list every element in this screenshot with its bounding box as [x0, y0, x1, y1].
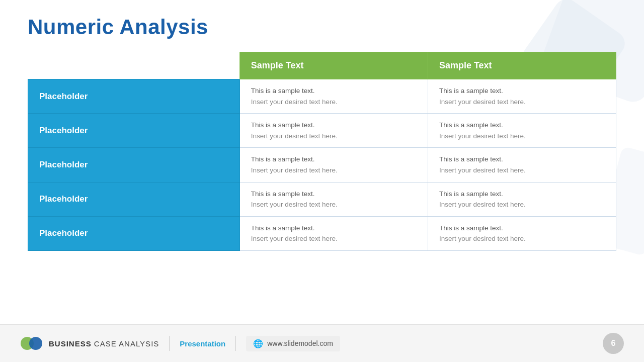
table-row-2-col2: This is a sample text.Insert your desire…	[428, 148, 616, 182]
table-row-4-col1: This is a sample text.Insert your desire…	[239, 216, 428, 250]
cell-line1: This is a sample text.	[251, 154, 417, 165]
table-row-4-label: Placeholder	[28, 216, 240, 250]
page-title: Numeric Analysis	[28, 15, 616, 39]
cell-line1: This is a sample text.	[439, 120, 605, 131]
table-row-1-col2: This is a sample text.Insert your desire…	[428, 114, 616, 148]
main-content: Numeric Analysis Sample Text Sample Text…	[0, 0, 644, 322]
table-row-1-label: Placeholder	[28, 114, 240, 148]
footer-brand: BUSINESS CASE ANALYSIS	[49, 339, 159, 348]
cell-line2: Insert your desired text here.	[439, 233, 605, 244]
footer-brand-bold: BUSINESS	[49, 339, 92, 348]
logo-icon	[20, 332, 43, 355]
footer-divider-2	[235, 336, 236, 351]
footer-presentation-label: Presentation	[180, 339, 225, 348]
cell-line1: This is a sample text.	[439, 154, 605, 165]
table-row-3-col1: This is a sample text.Insert your desire…	[239, 182, 428, 216]
data-table: Sample Text Sample Text PlaceholderThis …	[28, 52, 616, 251]
table-header-col2: Sample Text	[428, 52, 616, 79]
cell-line2: Insert your desired text here.	[251, 97, 417, 108]
table-row: PlaceholderThis is a sample text.Insert …	[28, 148, 616, 182]
table-row-4-col2: This is a sample text.Insert your desire…	[428, 216, 616, 250]
page-number: 6	[603, 333, 624, 354]
cell-line1: This is a sample text.	[439, 85, 605, 97]
footer-url-text: www.slidemodel.com	[267, 339, 333, 347]
table-row: PlaceholderThis is a sample text.Insert …	[28, 182, 616, 216]
cell-line1: This is a sample text.	[439, 189, 605, 200]
svg-point-1	[29, 337, 42, 350]
cell-line2: Insert your desired text here.	[251, 131, 417, 142]
cell-line2: Insert your desired text here.	[251, 233, 417, 244]
cell-line1: This is a sample text.	[251, 223, 417, 234]
footer-brand-normal: CASE ANALYSIS	[94, 339, 159, 348]
table-row-2-col1: This is a sample text.Insert your desire…	[239, 148, 428, 182]
cell-line2: Insert your desired text here.	[439, 131, 605, 142]
table-row: PlaceholderThis is a sample text.Insert …	[28, 114, 616, 148]
footer-bar: BUSINESS CASE ANALYSIS Presentation 🌐 ww…	[0, 324, 644, 362]
cell-line2: Insert your desired text here.	[251, 165, 417, 176]
globe-icon: 🌐	[253, 339, 263, 348]
table-row: PlaceholderThis is a sample text.Insert …	[28, 79, 616, 114]
cell-line2: Insert your desired text here.	[439, 199, 605, 210]
table-header-row: Sample Text Sample Text	[28, 52, 616, 79]
table-row-2-label: Placeholder	[28, 148, 240, 182]
cell-line1: This is a sample text.	[251, 189, 417, 200]
table-row-3-col2: This is a sample text.Insert your desire…	[428, 182, 616, 216]
cell-line1: This is a sample text.	[439, 223, 605, 234]
cell-line1: This is a sample text.	[251, 85, 417, 97]
table-row-0-label: Placeholder	[28, 79, 240, 114]
cell-line2: Insert your desired text here.	[251, 199, 417, 210]
table-row-0-col2: This is a sample text.Insert your desire…	[428, 79, 616, 114]
table-header-empty	[28, 52, 240, 79]
cell-line2: Insert your desired text here.	[439, 97, 605, 108]
table-row: PlaceholderThis is a sample text.Insert …	[28, 216, 616, 250]
footer-logo: BUSINESS CASE ANALYSIS	[20, 332, 159, 355]
cell-line2: Insert your desired text here.	[439, 165, 605, 176]
cell-line1: This is a sample text.	[251, 120, 417, 131]
table-row-0-col1: This is a sample text.Insert your desire…	[239, 79, 428, 114]
table-header-col1: Sample Text	[239, 52, 428, 79]
footer-divider-1	[169, 336, 170, 351]
footer-url: 🌐 www.slidemodel.com	[246, 336, 340, 351]
table-row-1-col1: This is a sample text.Insert your desire…	[239, 114, 428, 148]
table-row-3-label: Placeholder	[28, 182, 240, 216]
